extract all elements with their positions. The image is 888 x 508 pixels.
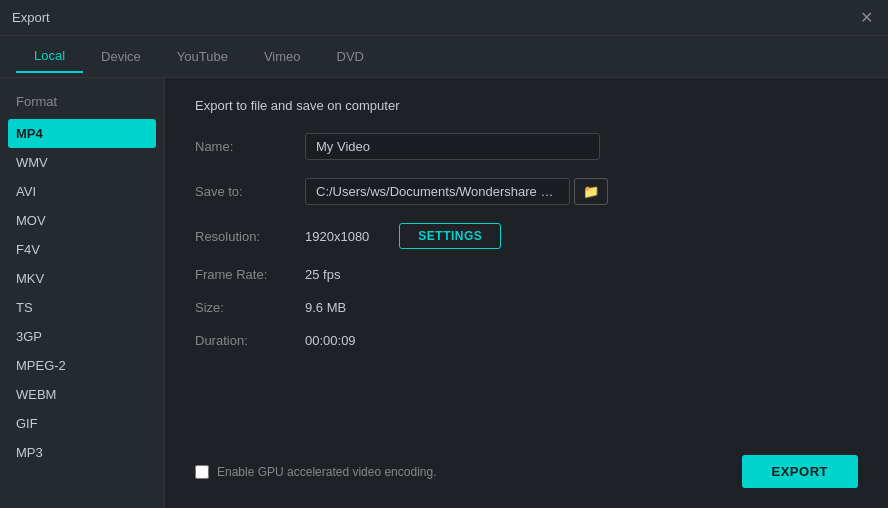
export-button[interactable]: EXPORT	[742, 455, 858, 488]
content-area: Export to file and save on computer Name…	[165, 78, 888, 508]
frame-rate-label: Frame Rate:	[195, 267, 305, 282]
sidebar-item-mpeg2[interactable]: MPEG-2	[0, 351, 164, 380]
settings-button[interactable]: SETTINGS	[399, 223, 501, 249]
save-to-row: Save to: 📁	[195, 178, 858, 205]
size-row: Size: 9.6 MB	[195, 300, 858, 315]
name-label: Name:	[195, 139, 305, 154]
sidebar-item-mp4[interactable]: MP4	[8, 119, 156, 148]
tabs-bar: Local Device YouTube Vimeo DVD	[0, 36, 888, 78]
save-to-input[interactable]	[305, 178, 570, 205]
title-bar: Export ✕	[0, 0, 888, 36]
sidebar-item-wmv[interactable]: WMV	[0, 148, 164, 177]
save-to-field: 📁	[305, 178, 608, 205]
name-row: Name:	[195, 133, 858, 160]
duration-label: Duration:	[195, 333, 305, 348]
title-bar-title: Export	[12, 10, 50, 25]
main-area: Format MP4 WMV AVI MOV F4V MKV TS 3GP MP…	[0, 78, 888, 508]
gpu-checkbox-row: Enable GPU accelerated video encoding.	[195, 465, 436, 479]
frame-rate-row: Frame Rate: 25 fps	[195, 267, 858, 282]
tab-vimeo[interactable]: Vimeo	[246, 41, 319, 72]
sidebar-item-mp3[interactable]: MP3	[0, 438, 164, 467]
sidebar-item-mov[interactable]: MOV	[0, 206, 164, 235]
gpu-checkbox[interactable]	[195, 465, 209, 479]
sidebar-item-ts[interactable]: TS	[0, 293, 164, 322]
folder-browse-button[interactable]: 📁	[574, 178, 608, 205]
size-value: 9.6 MB	[305, 300, 346, 315]
resolution-label: Resolution:	[195, 229, 305, 244]
tab-dvd[interactable]: DVD	[319, 41, 382, 72]
sidebar-item-avi[interactable]: AVI	[0, 177, 164, 206]
sidebar-item-webm[interactable]: WEBM	[0, 380, 164, 409]
resolution-value: 1920x1080	[305, 229, 369, 244]
frame-rate-value: 25 fps	[305, 267, 340, 282]
tab-device[interactable]: Device	[83, 41, 159, 72]
folder-icon: 📁	[583, 184, 599, 199]
tab-youtube[interactable]: YouTube	[159, 41, 246, 72]
resolution-row: Resolution: 1920x1080 SETTINGS	[195, 223, 858, 249]
sidebar-header: Format	[0, 88, 164, 119]
sidebar-item-mkv[interactable]: MKV	[0, 264, 164, 293]
content-title: Export to file and save on computer	[195, 98, 858, 113]
close-button[interactable]: ✕	[856, 8, 876, 28]
save-to-label: Save to:	[195, 184, 305, 199]
duration-value: 00:00:09	[305, 333, 356, 348]
sidebar-item-3gp[interactable]: 3GP	[0, 322, 164, 351]
sidebar: Format MP4 WMV AVI MOV F4V MKV TS 3GP MP…	[0, 78, 165, 508]
gpu-label[interactable]: Enable GPU accelerated video encoding.	[217, 465, 436, 479]
tab-local[interactable]: Local	[16, 40, 83, 73]
duration-row: Duration: 00:00:09	[195, 333, 858, 348]
sidebar-item-f4v[interactable]: F4V	[0, 235, 164, 264]
name-input[interactable]	[305, 133, 600, 160]
bottom-bar: Enable GPU accelerated video encoding. E…	[195, 445, 858, 488]
resolution-field: 1920x1080 SETTINGS	[305, 223, 501, 249]
sidebar-item-gif[interactable]: GIF	[0, 409, 164, 438]
size-label: Size:	[195, 300, 305, 315]
